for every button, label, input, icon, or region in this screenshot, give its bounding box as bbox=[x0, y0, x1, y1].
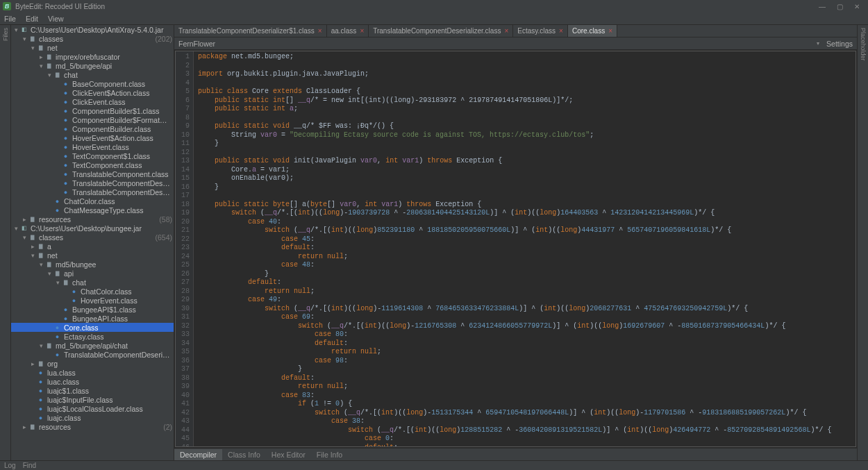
menu-file[interactable]: File bbox=[4, 15, 16, 23]
tree-file[interactable]: luajc$1.class bbox=[11, 386, 174, 395]
tree-toggle-icon[interactable]: ▾ bbox=[37, 342, 44, 349]
tree-file[interactable]: ComponentBuilder.class bbox=[11, 124, 174, 133]
tree-folder[interactable]: ▾api bbox=[11, 269, 174, 278]
minimize-button[interactable]: — bbox=[819, 3, 826, 10]
code-content[interactable]: package net.md5.bungee; import org.bukki… bbox=[194, 51, 856, 446]
tree-file[interactable]: luac.class bbox=[11, 377, 174, 386]
tree-file[interactable]: ClickEvent$Action.class bbox=[11, 88, 174, 97]
tree-folder[interactable]: ▾classes(654) bbox=[11, 233, 174, 242]
tree-toggle-icon[interactable]: ▸ bbox=[29, 360, 36, 367]
menu-edit[interactable]: Edit bbox=[26, 15, 38, 23]
tree-folder[interactable]: ▸resources(58) bbox=[11, 215, 174, 224]
tree-toggle-icon[interactable]: ▾ bbox=[21, 234, 28, 241]
menu-view[interactable]: View bbox=[48, 15, 64, 23]
tree-toggle-icon[interactable]: ▾ bbox=[29, 44, 36, 51]
close-button[interactable]: ✕ bbox=[854, 3, 860, 10]
tree-file[interactable]: Ectasy.class bbox=[11, 332, 174, 341]
chevron-down-icon[interactable]: ▾ bbox=[817, 40, 819, 47]
tree-toggle-icon[interactable]: ▾ bbox=[54, 279, 61, 286]
tree-file[interactable]: ComponentBuilder$FormatRetention.class bbox=[11, 115, 174, 124]
tree-file[interactable]: ClickEvent.class bbox=[11, 97, 174, 106]
file-tree[interactable]: ▾C:\Users\User\Desktop\AntiXray-5.4.0.ja… bbox=[11, 25, 174, 431]
tree-toggle-icon[interactable]: ▾ bbox=[37, 62, 44, 69]
tree-folder[interactable]: ▾md_5/bungee/api bbox=[11, 61, 174, 70]
tree-file[interactable]: BungeeAPI.class bbox=[11, 314, 174, 323]
tree-file[interactable]: HoverEvent.class bbox=[11, 296, 174, 305]
tree-file[interactable]: HoverEvent$Action.class bbox=[11, 133, 174, 142]
tree-file[interactable]: luajc$LocalClassLoader.class bbox=[11, 404, 174, 413]
tree-toggle-icon[interactable]: ▸ bbox=[29, 243, 36, 250]
tree-file[interactable]: TranslatableComponentDeserializer.class bbox=[11, 350, 174, 359]
status-log-button[interactable]: Log bbox=[4, 462, 16, 469]
tree-toggle-icon[interactable]: ▾ bbox=[37, 261, 44, 268]
editor-tab[interactable]: TranslatableComponentDeserializer$1.clas… bbox=[174, 25, 327, 37]
tree-item-label: ChatMessageType.class bbox=[64, 206, 172, 215]
tree-item-count: (2) bbox=[163, 423, 172, 431]
tree-folder[interactable]: ▾chat bbox=[11, 278, 174, 287]
close-icon[interactable]: × bbox=[608, 27, 612, 35]
folder-icon bbox=[44, 62, 53, 69]
editor-tab[interactable]: Ectasy.class× bbox=[513, 25, 568, 37]
close-icon[interactable]: × bbox=[360, 27, 364, 35]
decompiler-settings-button[interactable]: Settings bbox=[826, 40, 853, 48]
tree-toggle-icon[interactable]: ▾ bbox=[12, 225, 19, 232]
status-find-button[interactable]: Find bbox=[23, 462, 36, 469]
bottom-tab-decompiler[interactable]: Decompiler bbox=[174, 449, 222, 460]
bottom-tab-file-info[interactable]: File Info bbox=[311, 449, 348, 460]
tree-toggle-icon[interactable]: ▾ bbox=[21, 35, 28, 42]
tree-file[interactable]: luajc$InputFile.class bbox=[11, 395, 174, 404]
tree-folder[interactable]: ▾C:\Users\User\Desktop\bungee.jar bbox=[11, 224, 174, 233]
decompiler-name[interactable]: FernFlower bbox=[178, 40, 215, 48]
tree-folder[interactable]: ▸a bbox=[11, 242, 174, 251]
tree-file[interactable]: luajc.class bbox=[11, 413, 174, 422]
tree-file[interactable]: ChatMessageType.class bbox=[11, 205, 174, 215]
close-icon[interactable]: × bbox=[504, 27, 508, 35]
tree-folder[interactable]: ▾chat bbox=[11, 70, 174, 79]
tree-file[interactable]: Core.class bbox=[11, 323, 174, 332]
editor-tab[interactable]: TranslatableComponentDeserializer.class× bbox=[369, 25, 513, 37]
tree-file[interactable]: TextComponent.class bbox=[11, 160, 174, 169]
tree-folder[interactable]: ▾net bbox=[11, 43, 174, 52]
tree-folder[interactable]: ▾net bbox=[11, 251, 174, 260]
tree-file[interactable]: TextComponent$1.class bbox=[11, 151, 174, 160]
tree-file[interactable]: ChatColor.class bbox=[11, 196, 174, 205]
class-file-icon bbox=[61, 80, 70, 87]
tree-toggle-icon[interactable]: ▸ bbox=[21, 423, 28, 430]
tree-file[interactable]: lua.class bbox=[11, 368, 174, 377]
tree-folder[interactable]: ▸resources(2) bbox=[11, 422, 174, 431]
tree-toggle-icon[interactable]: ▾ bbox=[46, 72, 53, 78]
editor-tab[interactable]: Core.class× bbox=[568, 25, 617, 37]
bottom-tab-hex-editor[interactable]: Hex Editor bbox=[266, 449, 311, 460]
tree-toggle-icon[interactable]: ▾ bbox=[12, 26, 19, 33]
editor-tab[interactable]: aa.class× bbox=[327, 25, 369, 37]
close-icon[interactable]: × bbox=[318, 27, 322, 35]
tree-file[interactable]: TranslatableComponent.class bbox=[11, 169, 174, 178]
tree-folder[interactable]: ▸imprex/orebfuscator bbox=[11, 52, 174, 61]
tree-toggle-icon[interactable]: ▾ bbox=[46, 270, 53, 277]
left-rail-files-tab[interactable]: Files bbox=[2, 28, 9, 41]
tree-toggle-icon[interactable]: ▸ bbox=[37, 53, 44, 60]
tree-toggle-icon[interactable]: ▸ bbox=[21, 216, 28, 223]
maximize-button[interactable]: ▢ bbox=[837, 3, 843, 10]
bottom-tab-class-info[interactable]: Class Info bbox=[222, 449, 266, 460]
close-icon[interactable]: × bbox=[559, 27, 563, 35]
tree-folder[interactable]: ▾C:\Users\User\Desktop\AntiXray-5.4.0.ja… bbox=[11, 25, 174, 34]
tree-folder[interactable]: ▾md5/bungee bbox=[11, 260, 174, 269]
tree-file[interactable]: BungeeAPI$1.class bbox=[11, 305, 174, 314]
tree-file[interactable]: HoverEvent.class bbox=[11, 142, 174, 151]
folder-icon bbox=[36, 44, 45, 51]
folder-icon bbox=[44, 342, 53, 349]
class-file-icon bbox=[61, 134, 70, 142]
tree-file[interactable]: TranslatableComponentDeserializer.class bbox=[11, 187, 174, 196]
tree-folder[interactable]: ▾md_5/bungee/api/chat bbox=[11, 341, 174, 350]
tree-folder[interactable]: ▾classes(202) bbox=[11, 34, 174, 43]
tree-file[interactable]: ComponentBuilder$1.class bbox=[11, 106, 174, 115]
editor-tab-label: TranslatableComponentDeserializer.class bbox=[373, 27, 501, 35]
tree-file[interactable]: ChatColor.class bbox=[11, 287, 174, 296]
tree-file[interactable]: BaseComponent.class bbox=[11, 79, 174, 88]
tree-file[interactable]: TranslatableComponentDeserializer$1.clas… bbox=[11, 178, 174, 187]
tree-folder[interactable]: ▸org bbox=[11, 359, 174, 368]
tree-toggle-icon[interactable]: ▾ bbox=[29, 252, 36, 259]
right-rail-placeholder-tab[interactable]: Placeholder bbox=[860, 28, 867, 61]
code-editor[interactable]: 1 2 3 4 5 6 7 8 9 10 11 12 13 14 15 16 1… bbox=[175, 51, 856, 447]
